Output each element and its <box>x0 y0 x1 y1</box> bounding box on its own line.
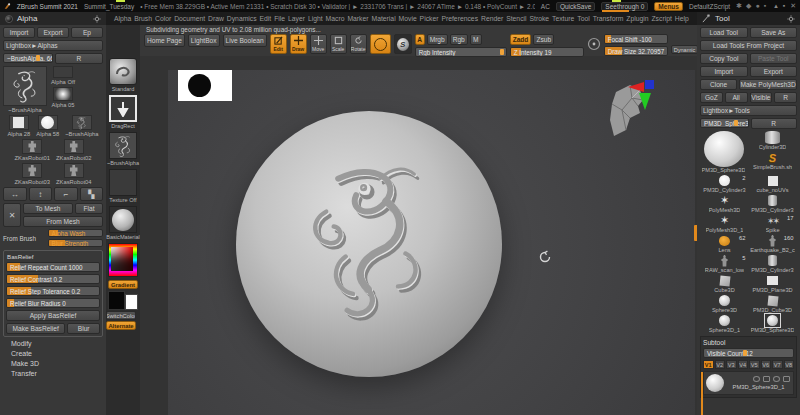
lightbox-button[interactable]: LightBox <box>188 34 220 47</box>
alpha-restore-button[interactable]: R <box>55 53 103 64</box>
save-as-button[interactable]: Save As <box>750 27 798 38</box>
visible-count-slider[interactable]: Visible Count 12 <box>703 348 794 358</box>
menu-zplugin[interactable]: Zplugin <box>626 15 648 22</box>
lightbox-alphas-button[interactable]: Lightbox►Alphas <box>3 40 103 51</box>
rgb-intensity-slider[interactable]: Rgb Intensity <box>415 47 507 57</box>
menu-marker[interactable]: Marker <box>347 15 368 22</box>
tool-item[interactable]: ✶✶17Spike <box>751 214 795 233</box>
m-button[interactable]: M <box>470 34 482 45</box>
goz-all-button[interactable]: All <box>725 92 748 103</box>
tool-item[interactable]: PM3D_Cylinder3 <box>751 194 795 213</box>
secondary-color-swatch[interactable] <box>125 294 138 310</box>
menu-help[interactable]: Help <box>675 15 689 22</box>
menu-zscript[interactable]: Zscript <box>651 15 671 22</box>
goz-r-button[interactable]: R <box>774 92 797 103</box>
user-icon[interactable]: ▪ <box>764 2 766 10</box>
section-make3d[interactable]: Make 3D <box>3 357 103 367</box>
close-icon[interactable]: ✕ <box>790 2 796 10</box>
flip-v-icon[interactable]: ↕ <box>29 187 53 201</box>
menu-brush[interactable]: Brush <box>134 15 152 22</box>
lightbox-tools-button[interactable]: Lightbox►Tools <box>700 105 797 116</box>
transfer-tools-icon[interactable]: ✕ <box>3 203 21 227</box>
section-transfer[interactable]: Transfer <box>3 367 103 377</box>
alpha-thumb[interactable]: Alpha 58 <box>36 115 59 137</box>
quicksave-button[interactable]: QuickSave <box>556 2 595 11</box>
menu-dynamics[interactable]: Dynamics <box>227 15 257 22</box>
color-picker[interactable] <box>106 243 140 277</box>
menu-document[interactable]: Document <box>174 15 205 22</box>
tool-item[interactable]: Cylinder3D <box>750 131 796 150</box>
basrelief-blur-field[interactable]: Blur <box>67 323 100 334</box>
alpha-palette-header[interactable]: Alpha <box>0 12 106 25</box>
home-page-button[interactable]: Home Page <box>144 34 185 47</box>
tool-item[interactable]: 5RAW_scan_low <box>703 254 747 273</box>
tool-item[interactable]: PM3D_Cylinder3 <box>751 254 795 273</box>
subtool-tab-v1[interactable]: V1 <box>703 360 714 369</box>
menu-picker[interactable]: Picker <box>420 15 439 22</box>
tool-item[interactable]: Sphere3D <box>703 294 747 313</box>
apply-basrelief-button[interactable]: Apply BasRelief <box>6 310 100 321</box>
canvas[interactable]: Subdividing geometry and UV to 2.08 mill… <box>140 25 697 415</box>
menu-macro[interactable]: Macro <box>326 15 345 22</box>
relief-blur-radius-slider[interactable]: Relief Blur Radius 0 <box>6 298 100 308</box>
paste-tool-button[interactable]: Paste Tool <box>750 53 798 64</box>
alpha-import-button[interactable]: Import <box>3 27 35 38</box>
switch-color-button[interactable]: SwitchColor <box>106 311 136 320</box>
make-basrelief-button[interactable]: Make BasRelief <box>6 323 65 334</box>
brush-preview-button[interactable] <box>370 34 391 54</box>
draw-button[interactable]: Draw <box>290 34 307 54</box>
tool-item[interactable]: ✶PolyMesh3D_1 <box>703 214 747 233</box>
gradient-button[interactable]: Gradient <box>108 280 138 289</box>
tool-item[interactable]: 2PM3D_Cylinder3 <box>703 174 747 193</box>
z-intensity-slider[interactable]: Z Intensity 19 <box>510 47 584 57</box>
tool-item[interactable]: ✶PolyMesh3D <box>703 194 747 213</box>
slider-nub[interactable] <box>36 55 40 61</box>
menu-transform[interactable]: Transform <box>593 15 624 22</box>
menu-color[interactable]: Color <box>155 15 171 22</box>
from-mesh-button[interactable]: From Mesh <box>23 216 103 227</box>
focal-dial-icon[interactable] <box>587 34 601 54</box>
blur-strength-slider[interactable]: Blur Strength <box>48 239 103 247</box>
subtool-tab-v4[interactable]: V4 <box>738 360 749 369</box>
tool-item[interactable]: PM3D_Sphere3D <box>702 131 746 173</box>
alpha-wash-slider[interactable]: Alpha Wash <box>48 229 103 237</box>
subtool-tab-v2[interactable]: V2 <box>715 360 726 369</box>
relief-repeat-count-slider[interactable]: Relief Repeat Count 1000 <box>6 262 100 272</box>
menu-stencil[interactable]: Stencil <box>506 15 526 22</box>
alpha-thumb[interactable]: ZKasRobot02 <box>56 139 91 161</box>
tool-item[interactable]: Cube3D <box>703 274 747 293</box>
tool-item[interactable]: Sphere3D_1 <box>703 314 747 333</box>
relief-contrast-slider[interactable]: Relief Contrast 0.2 <box>6 274 100 284</box>
menu-render[interactable]: Render <box>481 15 503 22</box>
relief-step-tolerance-slider[interactable]: Relief Step Tolerance 0.2 <box>6 286 100 296</box>
alpha-thumb[interactable]: Alpha 05 <box>51 87 75 108</box>
subtool-tab-v7[interactable]: V7 <box>772 360 783 369</box>
tool-export-button[interactable]: Export <box>750 66 798 77</box>
subtool-tab-v5[interactable]: V5 <box>749 360 760 369</box>
minimize-icon[interactable]: ▴ <box>774 2 778 10</box>
rotate-button[interactable]: Rotate <box>350 34 367 54</box>
menus-button[interactable]: Menus <box>654 2 683 11</box>
live-boolean-button[interactable]: Live Boolean <box>223 34 267 47</box>
rotate-alpha-icon[interactable]: ⌐ <box>54 187 78 201</box>
sculpt-icon[interactable] <box>773 376 780 382</box>
alternate-button[interactable]: Alternate <box>106 321 136 330</box>
gear-icon[interactable] <box>787 15 795 23</box>
section-modify[interactable]: Modify <box>3 337 103 347</box>
copy-tool-button[interactable]: Copy Tool <box>700 53 748 64</box>
saturation-square[interactable] <box>111 247 133 271</box>
current-brush-button[interactable]: Standard <box>106 58 140 92</box>
menu-tool[interactable]: Tool <box>577 15 589 22</box>
alpha-thumb[interactable]: ~BrushAlpha <box>65 115 98 137</box>
focal-shift-slider[interactable]: Focal Shift -100 <box>604 34 668 44</box>
alpha-thumb-current[interactable]: ~BrushAlpha <box>3 66 47 113</box>
brush-size-icon[interactable]: ✱ <box>736 2 742 10</box>
current-alpha-slider[interactable]: ~BrushAlpha. 66 <box>3 53 53 63</box>
subtool-tab-v3[interactable]: V3 <box>726 360 737 369</box>
tool-item[interactable]: 160Earthquake_B2_c <box>751 234 795 253</box>
menu-file[interactable]: File <box>274 15 285 22</box>
flat-button[interactable]: Flat <box>75 203 103 214</box>
tool-item[interactable]: S SimpleBrush.sh <box>750 151 796 170</box>
menu-light[interactable]: Light <box>308 15 323 22</box>
menu-draw[interactable]: Draw <box>208 15 224 22</box>
